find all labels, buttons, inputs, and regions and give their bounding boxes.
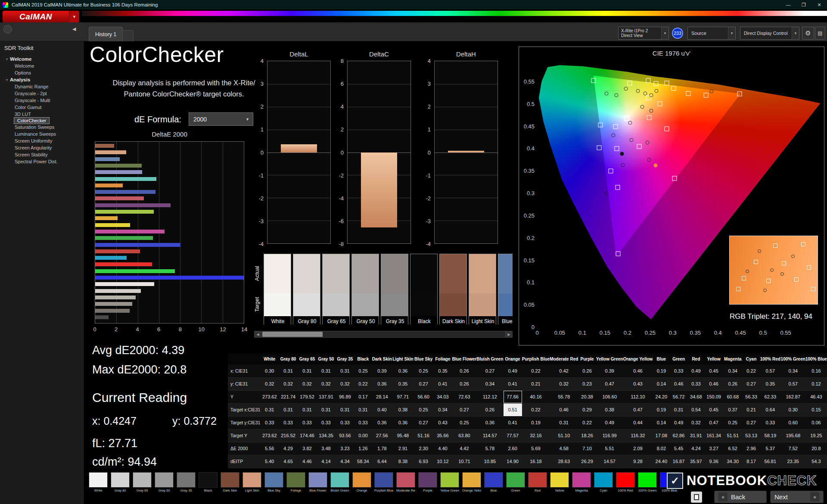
target-marker (628, 81, 632, 85)
sidebar-item-grayscale-multi[interactable]: Grayscale - Multi (0, 97, 84, 104)
target-marker (597, 146, 601, 150)
sidebar-item-color-gamut[interactable]: Color Gamut (0, 104, 84, 111)
scrollbar-thumb[interactable] (262, 332, 323, 337)
minimize-button[interactable]: — (780, 0, 796, 9)
deltae-bar-light-skin (95, 150, 126, 154)
meter-dropdown[interactable]: X-Rite i1Pro 2 Direct View ▼ (618, 27, 669, 40)
patch-yellow[interactable]: Yellow (550, 472, 569, 492)
next-button[interactable]: Next » (770, 491, 824, 503)
sidebar-item-colorchecker[interactable]: ColorChecker (14, 118, 49, 124)
swatch-scrollbar[interactable]: ◀ ▶ (254, 331, 513, 338)
sidebar-item-dynamic-range[interactable]: Dynamic Range (0, 83, 84, 90)
sidebar-collapse-icon[interactable]: ◀ (72, 26, 76, 32)
source-dropdown[interactable]: Source ▼ (687, 27, 736, 40)
compare-swatch-blue-sky[interactable]: Blue Sky (498, 254, 513, 324)
sidebar-item-saturation-sweeps[interactable]: Saturation Sweeps (0, 124, 84, 131)
table-cell: 6.44 (372, 455, 392, 468)
sidebar-item-3d-lut[interactable]: 3D LUT (0, 111, 84, 118)
calman-logo[interactable]: CalMAN ▼ (3, 11, 79, 22)
compare-swatch-gray-80[interactable]: Gray 80 (293, 254, 320, 324)
inset-target-marker (742, 276, 746, 280)
sidebar-item-spectral-power-dist[interactable]: Spectral Power Dist. (0, 158, 84, 165)
compare-swatch-white[interactable]: White (264, 254, 291, 324)
compare-swatch-gray-65[interactable]: Gray 65 (322, 254, 350, 324)
page-view-button[interactable] (691, 492, 702, 503)
swatch-columns: WhiteGray 80Gray 65Gray 50Gray 35BlackDa… (264, 254, 513, 328)
patch-magenta[interactable]: Magenta (572, 472, 591, 492)
patch-orange[interactable]: Orange (352, 472, 371, 492)
scroll-right-icon[interactable]: ▶ (505, 331, 512, 337)
tab-new-stub[interactable] (122, 30, 134, 41)
patch-gray-50[interactable]: Gray 50 (155, 472, 174, 492)
patch-purple[interactable]: Purple (418, 472, 437, 492)
compare-swatch-gray-35[interactable]: Gray 35 (381, 254, 408, 324)
patch-red[interactable]: Red (528, 472, 547, 492)
sidebar-section-welcome[interactable]: ▾Welcome (0, 56, 84, 62)
sidebar-section-analysis[interactable]: ▾Analysis (0, 76, 84, 83)
compare-swatch-dark-skin[interactable]: Dark Skin (439, 254, 467, 324)
patch-purplish-blue[interactable]: Purplish Blue (374, 472, 393, 492)
table-cell: 2.09 (623, 442, 653, 455)
patch-blue-sky[interactable]: Blue Sky (264, 472, 283, 492)
y-tick-label: 0.45 (520, 123, 535, 130)
patch-orange-yellow[interactable]: Orange Yellow (462, 472, 481, 492)
patch-white[interactable]: White (89, 472, 108, 492)
compare-swatch-gray-50[interactable]: Gray 50 (351, 254, 379, 324)
compare-swatch-light-skin[interactable]: Light Skin (469, 254, 496, 324)
patch-yellow-green[interactable]: Yellow Green (440, 472, 459, 492)
patch-100-green[interactable]: 100% Green (638, 472, 657, 492)
patch-gray-65[interactable]: Gray 65 (133, 472, 152, 492)
layout-toggle-button[interactable]: ▤ (815, 27, 825, 40)
y-tick-label: 0.55 (520, 78, 535, 85)
logo-dropdown-arrow-icon[interactable]: ▼ (69, 11, 79, 22)
patch-blue[interactable]: Blue (484, 472, 503, 492)
sidebar-item-options[interactable]: Options (0, 69, 84, 76)
sidebar-item-luminance-sweeps[interactable]: Luminance Sweeps (0, 131, 84, 137)
patch-gray-80[interactable]: Gray 80 (111, 472, 130, 492)
table-cell: 0.25 (414, 403, 433, 416)
sidebar-item-grayscale-2pt[interactable]: Grayscale - 2pt (0, 90, 84, 97)
patch-green[interactable]: Green (506, 472, 525, 492)
patch-foliage[interactable]: Foliage (286, 472, 305, 492)
nav-circle-button[interactable] (3, 25, 12, 34)
x-tick-label: 0.05 (554, 330, 565, 336)
y-tick-label: 4 (329, 103, 344, 110)
display-control-dropdown[interactable]: Direct Display Control ▼ (740, 27, 799, 40)
column-header-moderate-red: Moderate Red (550, 353, 578, 364)
close-button[interactable]: ✕ (811, 0, 827, 9)
patch-black[interactable]: Black (199, 472, 218, 492)
x-tick-label: 0.3 (669, 330, 677, 336)
de-formula-dropdown[interactable]: 2000 ▼ (189, 112, 253, 126)
table-cell: 273.62 (260, 429, 279, 442)
patch-blue-flower[interactable]: Blue Flower (308, 472, 327, 492)
patch-gray-35[interactable]: Gray 35 (177, 472, 196, 492)
scroll-left-icon[interactable]: ◀ (255, 331, 261, 337)
table-cell: 96.89 (336, 390, 354, 403)
sidebar-item-screen-uniformity[interactable]: Screen Uniformity (0, 137, 84, 144)
column-header-dark-skin: Dark Skin (372, 353, 392, 364)
sidebar-item-screen-stability[interactable]: Screen Stability (0, 151, 84, 158)
patch-bluish-green[interactable]: Bluish Green (330, 472, 349, 492)
deltae-bar-gray-35 (95, 309, 130, 313)
patch-color (89, 472, 108, 488)
compare-swatch-black[interactable]: Black (410, 254, 438, 324)
inset-target-marker (794, 277, 799, 282)
maximize-button[interactable]: ❐ (796, 0, 811, 9)
table-cell: 14.90 (504, 455, 522, 468)
patch-label: Blue (484, 488, 503, 492)
settings-gear-button[interactable]: ⚙ (802, 27, 814, 40)
patch-light-skin[interactable]: Light Skin (243, 472, 261, 492)
back-button[interactable]: « Back (714, 491, 767, 503)
tab-history-1[interactable]: History 1 (89, 27, 123, 41)
current-reading-heading: Current Reading (92, 390, 187, 405)
x-tick-label: 0.25 (645, 330, 656, 336)
gridline (435, 84, 497, 84)
sidebar-item-welcome[interactable]: Welcome (0, 62, 84, 69)
inset-measurement-marker (770, 268, 774, 272)
patch-dark-skin[interactable]: Dark Skin (221, 472, 239, 492)
patch-cyan[interactable]: Cyan (594, 472, 613, 492)
patch-moderate-red[interactable]: Moderate Red (396, 472, 415, 492)
table-cell: 4.34 (336, 455, 354, 468)
sidebar-item-screen-angularity[interactable]: Screen Angularity (0, 144, 84, 151)
patch-100-red[interactable]: 100% Red (616, 472, 635, 492)
